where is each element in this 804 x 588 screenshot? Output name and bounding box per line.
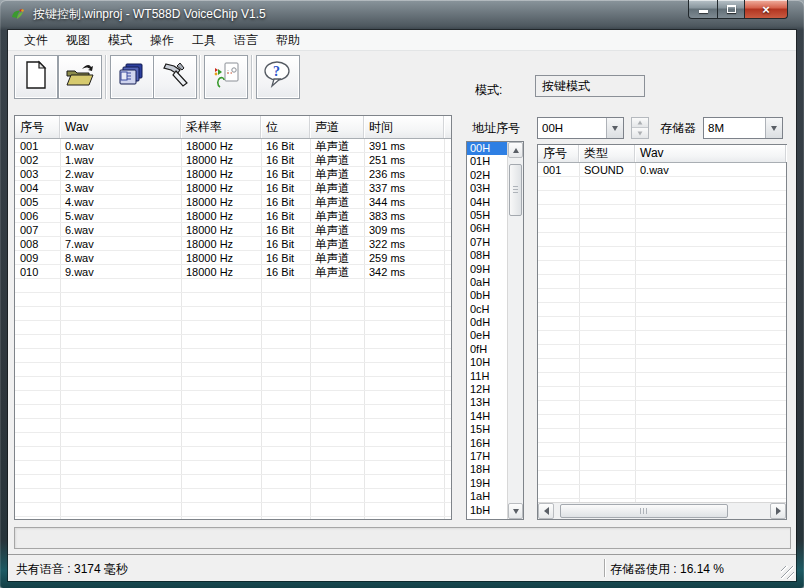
address-item[interactable]: 03H [467,182,507,195]
scroll-thumb[interactable] [509,164,522,216]
address-item[interactable]: 12H [467,383,507,396]
help-button[interactable]: ? [256,55,300,99]
cell: 003 [15,167,60,181]
table-row[interactable]: 0065.wav18000 Hz16 Bit单声道383 ms [15,209,451,223]
menu-item[interactable]: 帮助 [267,30,309,51]
address-item[interactable]: 0aH [467,276,507,289]
minimize-button[interactable] [688,0,717,19]
column-header[interactable]: 位 [261,116,310,138]
memory-combo-dropdown[interactable] [765,118,782,138]
column-header[interactable]: 声道 [310,116,364,138]
scroll-up-button[interactable] [508,142,523,158]
table-row[interactable]: 0087.wav18000 Hz16 Bit单声道322 ms [15,237,451,251]
table-row[interactable]: 0032.wav18000 Hz16 Bit单声道236 ms [15,167,451,181]
voice-library-button[interactable] [110,55,154,99]
address-item[interactable]: 14H [467,410,507,423]
table-row[interactable]: 0098.wav18000 Hz16 Bit单声道259 ms [15,251,451,265]
scroll-thumb[interactable] [560,504,728,518]
column-header[interactable]: Wav [635,145,786,162]
column-header[interactable]: 类型 [579,145,635,162]
address-combo-dropdown[interactable] [606,118,623,138]
table-row[interactable]: 0054.wav18000 Hz16 Bit单声道344 ms [15,195,451,209]
address-item[interactable]: 18H [467,463,507,476]
cell: SOUND [579,163,635,178]
resize-grip[interactable] [781,566,794,579]
address-item[interactable]: 07H [467,236,507,249]
column-header[interactable]: 时间 [364,116,444,138]
cell: 309 ms [364,223,444,237]
voice-table-body[interactable]: 0010.wav18000 Hz16 Bit单声道391 ms0021.wav1… [15,139,451,519]
content-hscrollbar[interactable] [538,502,786,519]
menu-item[interactable]: 文件 [15,30,57,51]
title-bar[interactable]: 按键控制.winproj - WT588D VoiceChip V1.5 × [0,0,804,30]
address-items: 00H01H02H03H04H05H06H07H08H09H0aH0bH0cH0… [467,142,507,519]
address-item[interactable]: 1cH [467,517,507,519]
cell: 337 ms [364,181,444,195]
window-title: 按键控制.winproj - WT588D VoiceChip V1.5 [33,0,266,30]
address-item[interactable]: 0cH [467,303,507,316]
menu-item[interactable]: 语言 [225,30,267,51]
address-item[interactable]: 02H [467,169,507,182]
address-item[interactable]: 09H [467,263,507,276]
address-item[interactable]: 0dH [467,316,507,329]
chevron-down-icon [612,126,618,131]
address-combo[interactable]: 00H [537,117,624,139]
memory-combo[interactable]: 8M [703,117,783,139]
address-item[interactable]: 13H [467,396,507,409]
scroll-left-button[interactable] [538,503,554,519]
address-item[interactable]: 0eH [467,329,507,342]
open-folder-icon [64,61,96,93]
address-item[interactable]: 19H [467,477,507,490]
download-to-chip-button[interactable]: . [204,55,248,99]
column-header[interactable]: 采样率 [181,116,261,138]
column-header[interactable]: 序号 [15,116,60,138]
address-scrollbar[interactable] [507,142,523,519]
table-row[interactable]: 001SOUND0.wav [538,163,786,178]
table-row[interactable]: 0021.wav18000 Hz16 Bit单声道251 ms [15,153,451,167]
table-row[interactable]: 0076.wav18000 Hz16 Bit单声道309 ms [15,223,451,237]
address-item[interactable]: 06H [467,222,507,235]
table-row[interactable]: 0010.wav18000 Hz16 Bit单声道391 ms [15,139,451,153]
column-header[interactable]: Wav [60,116,181,138]
address-item[interactable]: 1aH [467,490,507,503]
menu-item[interactable]: 操作 [141,30,183,51]
cell: 5.wav [60,209,181,223]
maximize-button[interactable] [717,0,745,19]
column-header[interactable]: 序号 [538,145,579,162]
new-project-button[interactable] [14,55,58,99]
address-item[interactable]: 11H [467,370,507,383]
scroll-right-button[interactable] [770,503,786,519]
address-item[interactable]: 05H [467,209,507,222]
address-item[interactable]: 08H [467,249,507,262]
app-icon [10,7,26,23]
address-item[interactable]: 0bH [467,289,507,302]
mode-label: 模式: [475,82,502,99]
scroll-down-button[interactable] [508,503,523,519]
spinner-up-button[interactable] [632,118,648,128]
spinner-down-button[interactable] [632,128,648,138]
build-button[interactable] [153,55,197,99]
open-project-button[interactable] [58,55,102,99]
menu-item[interactable]: 视图 [57,30,99,51]
table-row[interactable]: 0109.wav18000 Hz16 Bit单声道342 ms [15,265,451,279]
close-button[interactable]: × [745,0,788,19]
chip-address-icon: . [211,60,241,94]
address-item[interactable]: 15H [467,423,507,436]
cell: 3.wav [60,181,181,195]
address-item[interactable]: 00H [467,142,507,155]
cell: 16 Bit [261,237,310,251]
address-item[interactable]: 0fH [467,343,507,356]
address-item[interactable]: 04H [467,196,507,209]
address-item[interactable]: 16H [467,437,507,450]
menu-item[interactable]: 模式 [99,30,141,51]
cell: 251 ms [364,153,444,167]
menu-item[interactable]: 工具 [183,30,225,51]
address-item[interactable]: 1bH [467,504,507,517]
cell: 18000 Hz [181,139,261,153]
address-item[interactable]: 10H [467,356,507,369]
right-arrow-icon [776,507,781,515]
table-row[interactable]: 0043.wav18000 Hz16 Bit单声道337 ms [15,181,451,195]
address-item[interactable]: 01H [467,155,507,168]
address-item[interactable]: 17H [467,450,507,463]
content-table-body[interactable]: 001SOUND0.wav [538,163,786,502]
